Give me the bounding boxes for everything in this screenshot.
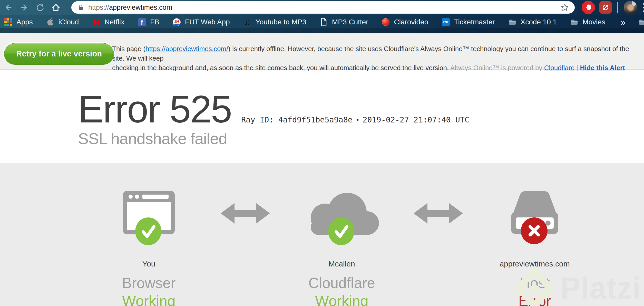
powered-by-text: Always Online™ is powered by	[450, 64, 544, 72]
bookmark-facebook[interactable]: f FB	[138, 18, 159, 26]
error-section: Error 525 Ray ID: 4afd9f51be5a9a8e•2019-…	[0, 70, 644, 163]
node-name: Mcallen	[270, 260, 414, 268]
bookmarks-bar: Apps iCloud N Netflix f FB EA FUT Web Ap…	[0, 15, 644, 33]
browser-window: https://appreviewtimes.com Apps iCloud	[0, 0, 644, 306]
error-subtitle: SSL handshake failed	[78, 129, 644, 148]
reload-button[interactable]	[35, 3, 45, 12]
hand-icon	[584, 4, 592, 11]
netflix-icon: N	[92, 18, 100, 26]
bookmark-fut-web-app[interactable]: EA FUT Web App	[173, 18, 230, 26]
bookmark-icloud[interactable]: iCloud	[46, 18, 79, 26]
claro-icon	[382, 18, 390, 26]
blocker-extension-button[interactable]	[599, 1, 612, 14]
bookmark-folder-xcode[interactable]: Xcode 10.1	[508, 18, 557, 26]
node-status: Working	[77, 294, 221, 306]
alert-separator: |	[574, 64, 580, 72]
ray-id: Ray ID: 4afd9f51be5a9a8e	[241, 115, 352, 124]
cloudflare-link[interactable]: Cloudflare	[544, 64, 575, 72]
node-status: Working	[270, 294, 414, 306]
ray-id-line: Ray ID: 4afd9f51be5a9a8e•2019-02-27 21:0…	[241, 115, 469, 124]
status-diagram: You Browser Working	[77, 163, 567, 306]
other-bookmarks-folder[interactable]: Other Bookmarks	[638, 18, 644, 26]
diagram-node-browser: You Browser Working	[77, 191, 221, 306]
back-button[interactable]	[4, 3, 13, 12]
lock-icon	[77, 4, 84, 11]
browser-toolbar: https://appreviewtimes.com	[0, 0, 644, 15]
url-host: appreviewtimes.com	[109, 4, 172, 12]
error-timestamp: 2019-02-27 21:07:40 UTC	[363, 115, 469, 124]
alert-message: This page (https://appreviewtimes.com/) …	[112, 44, 639, 73]
apps-grid-icon	[4, 18, 12, 26]
double-arrow-icon	[414, 202, 463, 225]
document-icon	[320, 18, 328, 26]
home-icon	[51, 3, 61, 12]
url-scheme: https://	[88, 4, 109, 12]
node-role: Cloudflare	[270, 275, 414, 291]
node-role: Browser	[77, 275, 221, 291]
bookmarks-separator	[633, 16, 633, 28]
error-title: Error 525	[78, 90, 231, 128]
forward-arrow-icon	[19, 3, 29, 12]
site-link[interactable]: https://appreviewtimes.com/	[145, 45, 228, 53]
double-arrow-icon	[221, 202, 270, 225]
bookmark-youtube-to-mp3[interactable]: ♫ Youtube to MP3	[243, 18, 306, 26]
node-role: Host	[463, 275, 607, 291]
alert-line2: checking in the background and, as soon …	[112, 64, 450, 72]
connection-right	[414, 191, 463, 225]
toolbar-separator	[617, 2, 618, 13]
bookmark-netflix[interactable]: N Netflix	[92, 18, 124, 26]
bookmark-mp3-cutter[interactable]: MP3 Cutter	[320, 18, 368, 26]
diagram-node-host: appreviewtimes.com Host Error	[463, 191, 607, 306]
reload-icon	[35, 3, 45, 12]
bullet-separator: •	[356, 116, 360, 124]
hide-alert-link[interactable]: Hide this Alert	[580, 64, 625, 72]
music-note-icon: ♫	[243, 18, 251, 26]
ticketmaster-icon: tm	[442, 18, 450, 26]
bookmark-star-button[interactable]	[560, 3, 569, 12]
check-badge-icon	[328, 217, 354, 246]
offline-alert-banner: Retry for a live version This page (http…	[0, 33, 644, 70]
diagram-node-cloudflare: Mcallen Cloudflare Working	[270, 191, 414, 306]
url-bar[interactable]: https://appreviewtimes.com	[71, 1, 575, 14]
forward-button[interactable]	[19, 3, 29, 12]
blocked-circle-icon	[601, 3, 610, 12]
node-name: appreviewtimes.com	[463, 260, 607, 268]
node-status: Error	[463, 294, 607, 306]
adblock-extension-button[interactable]	[582, 1, 595, 14]
alert-line1-prefix: This page (	[112, 45, 145, 53]
home-button[interactable]	[51, 3, 61, 12]
check-badge-icon	[135, 217, 161, 246]
bookmarks-right-group: » Other Bookmarks	[619, 16, 644, 28]
bookmarks-overflow-chevron[interactable]: »	[619, 17, 628, 27]
node-name: You	[77, 260, 221, 268]
bookmark-apps[interactable]: Apps	[4, 18, 33, 26]
ea-icon: EA	[173, 18, 181, 26]
bookmark-clarovideo[interactable]: Clarovideo	[382, 18, 428, 26]
x-badge-icon	[521, 217, 548, 245]
back-arrow-icon	[4, 3, 13, 12]
folder-icon	[638, 18, 644, 26]
status-diagram-section: You Browser Working	[0, 163, 644, 306]
folder-icon	[508, 18, 516, 26]
connection-left	[221, 191, 270, 225]
profile-avatar[interactable]	[624, 1, 637, 14]
folder-icon	[570, 18, 578, 26]
bookmark-ticketmaster[interactable]: tm Ticketmaster	[442, 18, 495, 26]
facebook-icon: f	[138, 18, 146, 26]
star-icon	[560, 3, 569, 12]
bookmark-folder-movies[interactable]: Movies	[570, 18, 605, 26]
apple-icon	[46, 18, 54, 26]
retry-live-version-button[interactable]: Retry for a live version	[4, 43, 114, 65]
